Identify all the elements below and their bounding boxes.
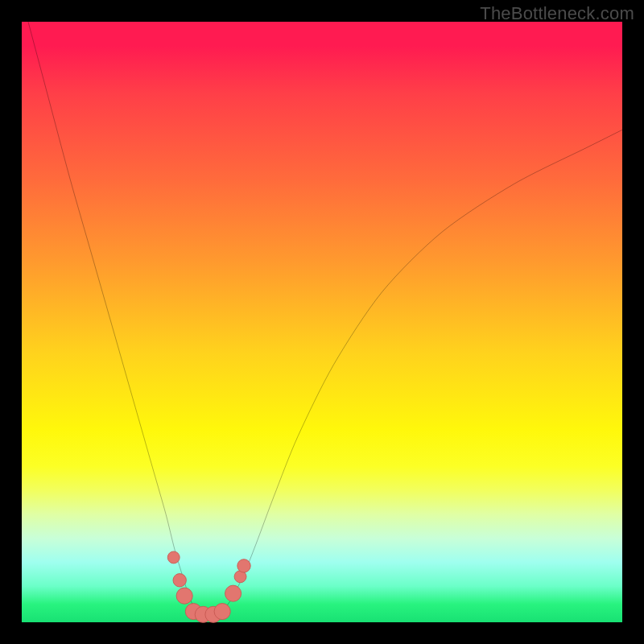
curve-marker [237, 559, 250, 572]
watermark-text: TheBottleneck.com [480, 3, 634, 24]
bottleneck-curve [22, 0, 622, 616]
curve-marker [225, 585, 242, 601]
chart-svg [22, 22, 622, 622]
curve-marker [173, 574, 186, 587]
curve-marker [214, 604, 230, 620]
curve-marker [176, 588, 192, 604]
curve-marker [167, 551, 180, 564]
chart-markers [167, 551, 250, 622]
chart-frame: TheBottleneck.com [0, 0, 644, 644]
